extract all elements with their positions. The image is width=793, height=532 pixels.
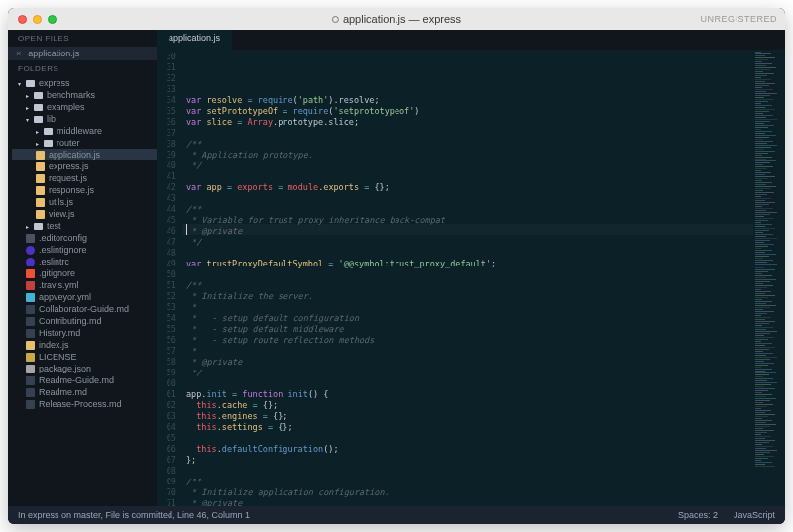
folder-icon [26,221,30,231]
tree-item[interactable]: benchmarks [12,89,157,101]
gutter: 3031323334353637383940414243444546474849… [157,50,182,506]
eslint-file-icon [26,246,35,255]
open-files-header: OPEN FILES [8,30,157,47]
tab-application[interactable]: application.js [157,30,233,50]
js-file-icon [36,210,45,219]
folder-icon [26,90,30,100]
tree-item-label: Readme-Guide.md [39,375,114,385]
tree-item-label: router [57,138,80,148]
open-file-item[interactable]: application.js [8,47,157,60]
tree-item[interactable]: .eslintignore [12,244,157,256]
minimap[interactable] [753,50,785,506]
tree-item-label: express [39,78,70,88]
close-button[interactable] [18,15,27,24]
git-file-icon [26,269,35,278]
tree-item[interactable]: router [12,137,157,149]
tree-item[interactable]: Readme-Guide.md [12,374,157,386]
status-language[interactable]: JavaScript [734,510,775,520]
config-file-icon [26,234,35,243]
tree-item-label: view.js [49,209,75,219]
travis-file-icon [26,281,35,290]
tree-item[interactable]: lib [12,113,157,125]
tree-item[interactable]: test [12,220,157,232]
status-left[interactable]: In express on master, File is committed,… [18,510,250,520]
tree-item-label: response.js [49,185,94,195]
json-file-icon [26,365,35,373]
yml-file-icon [26,293,35,302]
status-spaces[interactable]: Spaces: 2 [678,510,718,520]
tree-item-label: benchmarks [47,90,95,100]
code-editor[interactable]: 3031323334353637383940414243444546474849… [157,50,785,506]
folders-header: FOLDERS [8,60,157,77]
tree-item-label: index.js [39,340,69,350]
js-file-icon [36,186,45,195]
tree-item-label: .eslintignore [39,245,87,255]
tree-item[interactable]: .travis.yml [12,279,157,291]
tree-item-label: .editorconfig [39,233,87,243]
tree-item[interactable]: package.json [12,363,157,374]
folder-icon [26,102,30,112]
tree-item-label: .eslintrc [39,257,69,266]
js-file-icon [36,198,45,207]
tree-item-label: appveyor.yml [39,292,91,302]
tree-item-label: Collaborator-Guide.md [39,304,129,314]
js-file-icon [26,341,35,350]
tree-item[interactable]: Collaborator-Guide.md [12,303,157,315]
tree-item-label: History.md [39,328,80,338]
tree-item[interactable]: application.js [12,149,157,160]
tree-item-label: application.js [49,150,100,160]
folder-icon [18,78,22,88]
tree-item-label: package.json [39,364,91,373]
tree-item[interactable]: response.js [12,184,157,196]
tree-item-label: .gitignore [39,268,75,278]
tree-item-label: lib [47,114,56,124]
tree-item[interactable]: Readme.md [12,386,157,398]
tree-item-label: request.js [49,173,87,183]
tree-item-label: Contributing.md [39,316,102,326]
tree-item-label: .travis.yml [39,280,79,290]
minimize-button[interactable] [33,15,42,24]
tree-item-label: examples [47,102,85,112]
md-file-icon [26,400,35,409]
cursor-icon [186,224,187,235]
js-file-icon [36,151,45,160]
tree-item-label: test [47,221,61,231]
tree-item[interactable]: express.js [12,160,157,172]
tab-bar: application.js [157,30,785,50]
tree-item[interactable]: .editorconfig [12,232,157,244]
eslint-file-icon [26,258,35,266]
tree-item[interactable]: LICENSE [12,351,157,363]
tree-item-label: middleware [57,126,102,136]
tree-item[interactable]: Release-Process.md [12,398,157,410]
tree-item[interactable]: .eslintrc [12,256,157,267]
tree-item[interactable]: Contributing.md [12,315,157,327]
tree-item[interactable]: History.md [12,327,157,339]
lic-file-icon [26,353,35,362]
tree-item[interactable]: express [12,77,157,89]
tree-item[interactable]: index.js [12,339,157,351]
tree-item[interactable]: request.js [12,172,157,184]
zoom-button[interactable] [48,15,57,24]
md-file-icon [26,376,35,385]
tree-item[interactable]: examples [12,101,157,113]
tree-item-label: LICENSE [39,352,77,362]
tree-item-label: Readme.md [39,387,87,397]
folder-icon [36,138,40,148]
code-content[interactable]: var resolve = require('path').resolve;va… [182,50,753,506]
tree-item[interactable]: .gitignore [12,267,157,279]
tree-item[interactable]: view.js [12,208,157,220]
modified-icon [332,16,339,23]
tree-item[interactable]: utils.js [12,196,157,208]
editor-window: application.js — express UNREGISTERED OP… [8,8,785,524]
tree-item[interactable]: appveyor.yml [12,291,157,303]
tree-item[interactable]: middleware [12,125,157,137]
status-bar: In express on master, File is committed,… [8,506,785,524]
js-file-icon [36,174,45,183]
md-file-icon [26,305,35,314]
js-file-icon [36,162,45,171]
md-file-icon [26,388,35,397]
tree-item-label: Release-Process.md [39,399,122,409]
registration-status: UNREGISTERED [700,14,777,24]
folder-icon [36,126,40,136]
md-file-icon [26,329,35,338]
